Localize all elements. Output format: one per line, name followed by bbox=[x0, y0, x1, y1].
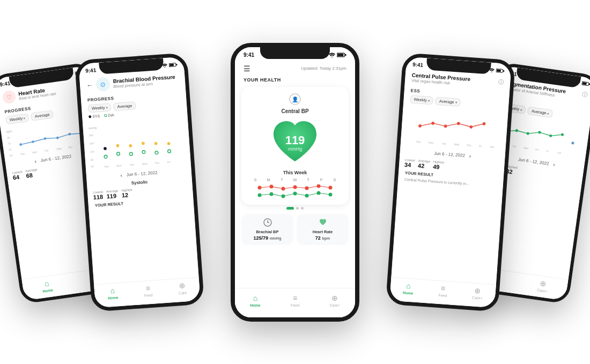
svg-point-41 bbox=[129, 144, 132, 147]
status-icons bbox=[155, 62, 178, 68]
next-arrow[interactable]: › bbox=[553, 161, 556, 167]
svg-point-61 bbox=[331, 57, 333, 58]
filter-weekly[interactable]: Weekly ▾ bbox=[410, 95, 433, 105]
chevron-icon: ▾ bbox=[24, 116, 26, 120]
svg-point-40 bbox=[116, 144, 119, 147]
care-icon: ⊕ bbox=[540, 278, 547, 288]
svg-rect-83 bbox=[483, 69, 484, 71]
screen-left-inner: 9:41 ← ⊙ Brachial Blood Pressure Blood p… bbox=[78, 56, 200, 308]
tab-care[interactable]: ⊕ Care+ bbox=[330, 294, 340, 307]
svg-rect-25 bbox=[155, 65, 156, 68]
svg-rect-58 bbox=[322, 54, 323, 57]
svg-text:80: 80 bbox=[91, 158, 94, 161]
tab-care[interactable]: ⊕ Care+ bbox=[472, 286, 483, 300]
svg-text:Sat: Sat bbox=[557, 151, 562, 154]
feed-icon: ≡ bbox=[145, 284, 150, 293]
filter-average[interactable]: Average ▾ bbox=[435, 96, 461, 106]
hr-icon: ♡ bbox=[2, 90, 16, 104]
tab-feed[interactable]: ≡ Feed bbox=[291, 294, 299, 307]
svg-point-49 bbox=[155, 151, 158, 154]
filter-average[interactable]: Average bbox=[31, 110, 54, 121]
svg-rect-89 bbox=[497, 69, 501, 71]
filter-weekly[interactable]: Weekly ▾ bbox=[88, 103, 112, 113]
stat-average: Average 42 bbox=[418, 159, 430, 169]
filter-weekly[interactable]: Weekly ▾ bbox=[5, 113, 30, 124]
svg-point-48 bbox=[142, 150, 145, 153]
heart-icon bbox=[319, 218, 327, 228]
svg-rect-64 bbox=[337, 54, 343, 56]
svg-text:Tue: Tue bbox=[130, 163, 135, 166]
tab-feed[interactable]: ≡ Feed bbox=[143, 283, 153, 297]
svg-rect-88 bbox=[503, 70, 504, 71]
brachial-icon: ⊙ bbox=[95, 77, 110, 92]
stat-highest: Highest 12 bbox=[121, 188, 133, 198]
bp-icon-row: 👤 bbox=[248, 93, 342, 107]
hr-info: Heart Rate Beat to beat heart rate bbox=[18, 85, 56, 100]
chevron-icon: ▾ bbox=[106, 105, 107, 109]
svg-point-116 bbox=[561, 133, 564, 136]
svg-rect-0 bbox=[61, 75, 63, 77]
tab-home[interactable]: ⌂ Home bbox=[41, 278, 54, 293]
tab-home[interactable]: ⌂ Home bbox=[107, 286, 119, 300]
next-arrow[interactable]: › bbox=[469, 153, 471, 159]
svg-text:Wed: Wed bbox=[56, 147, 62, 150]
tab-feed[interactable]: ≡ Feed bbox=[438, 283, 448, 297]
tab-bar: ⌂ Home ≡ Feed ⊕ Care bbox=[94, 277, 201, 308]
stat-lowest: Lowest 64 bbox=[12, 170, 23, 181]
filter-average[interactable]: Average bbox=[113, 101, 136, 111]
tab-home[interactable]: ⌂ Home bbox=[250, 294, 260, 307]
svg-point-39 bbox=[104, 147, 107, 150]
care-icon: ⊕ bbox=[179, 281, 186, 290]
week-chart: S M T W T F S bbox=[248, 177, 342, 200]
svg-text:Fri: Fri bbox=[479, 145, 482, 147]
updated-text: Updated: Today 2:31pm bbox=[301, 66, 346, 71]
menu-icon[interactable]: ☰ bbox=[244, 64, 250, 73]
status-icons bbox=[321, 53, 346, 57]
svg-text:70: 70 bbox=[8, 142, 11, 145]
right-inner-chart: Sun Mon Tue Wed Thu Fri Sat bbox=[405, 106, 503, 153]
svg-text:Thu: Thu bbox=[467, 144, 471, 147]
legend-dia: DIA bbox=[104, 113, 114, 117]
heart-rate-mini-card[interactable]: Heart Rate 72 bpm bbox=[297, 214, 349, 245]
svg-text:Tue: Tue bbox=[512, 145, 517, 148]
prev-arrow[interactable]: ‹ bbox=[120, 172, 122, 178]
brachial-mini-card[interactable]: Brachial BP 125/79 mmHg bbox=[241, 214, 293, 245]
prev-arrow[interactable]: ‹ bbox=[34, 158, 37, 164]
status-icons bbox=[567, 79, 590, 86]
back-button[interactable]: ← bbox=[86, 81, 93, 89]
heart-visual: 119 mmHg bbox=[248, 118, 342, 167]
svg-text:200: 200 bbox=[89, 133, 94, 137]
chevron-icon: ▾ bbox=[428, 98, 430, 102]
tab-care[interactable]: ⊕ Care bbox=[178, 281, 187, 295]
info-icon[interactable]: ⓘ bbox=[582, 91, 588, 99]
svg-text:Sun: Sun bbox=[104, 165, 109, 168]
indicator-dot-2 bbox=[296, 207, 299, 210]
stat-highest: Highest 49 bbox=[433, 160, 445, 170]
tab-care[interactable]: ⊕ Care+ bbox=[537, 278, 549, 293]
svg-point-42 bbox=[142, 142, 145, 145]
status-bar-center: 9:41 bbox=[235, 47, 355, 60]
svg-text:Thu: Thu bbox=[68, 145, 72, 148]
svg-rect-3 bbox=[65, 72, 67, 77]
svg-text:Mon: Mon bbox=[116, 164, 122, 167]
svg-point-86 bbox=[491, 71, 492, 72]
svg-text:Wed: Wed bbox=[454, 143, 459, 146]
chevron-icon: ▾ bbox=[520, 107, 522, 111]
filter-average[interactable]: Average ▾ bbox=[527, 106, 553, 117]
svg-point-117 bbox=[571, 141, 574, 144]
svg-rect-60 bbox=[326, 53, 327, 57]
svg-point-107 bbox=[577, 84, 578, 85]
info-icon[interactable]: ⓘ bbox=[498, 78, 504, 86]
svg-rect-59 bbox=[324, 54, 325, 57]
svg-rect-31 bbox=[176, 63, 177, 65]
svg-point-43 bbox=[154, 142, 158, 145]
stat-average: Average 119 bbox=[106, 189, 119, 199]
svg-text:40: 40 bbox=[91, 165, 94, 167]
svg-text:Sun: Sun bbox=[416, 140, 421, 143]
home-icon: ⌂ bbox=[253, 294, 257, 302]
svg-point-47 bbox=[129, 152, 132, 155]
week-days: S M T W T F S bbox=[250, 177, 340, 182]
svg-text:bpm: bpm bbox=[6, 129, 12, 133]
tab-home[interactable]: ⌂ Home bbox=[403, 281, 414, 295]
svg-text:120: 120 bbox=[90, 150, 95, 153]
